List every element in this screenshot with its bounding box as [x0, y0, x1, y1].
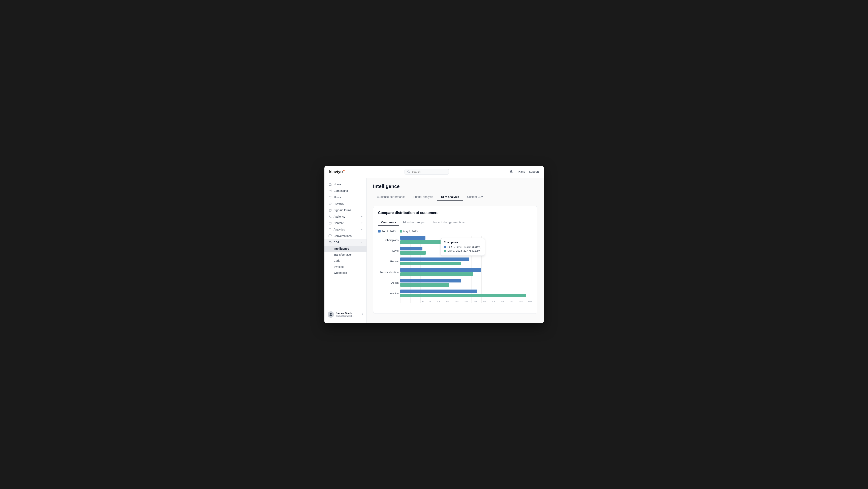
- chart-tabs: Customers Added vs. dropped Percent chan…: [378, 219, 532, 226]
- bar-label-champions: Champions: [378, 238, 399, 241]
- x-label-55k: 55K: [519, 300, 523, 303]
- sidebar-sub-item-intelligence[interactable]: Intelligence: [324, 246, 367, 252]
- page-tabs: Audience performance Funnel analysis RFM…: [373, 193, 537, 201]
- x-label-50k: 50K: [510, 300, 514, 303]
- plans-link[interactable]: Plans: [518, 170, 525, 173]
- tab-custom-clv[interactable]: Custom CLV: [463, 193, 487, 201]
- tooltip-row-feb: Feb 8, 2023 12,391 (6.34%): [444, 246, 482, 249]
- tab-funnel-analysis[interactable]: Funnel analysis: [409, 193, 437, 201]
- analytics-chevron: ▾: [361, 228, 363, 231]
- table-row: Recent: [400, 258, 532, 265]
- x-label-25k: 25K: [464, 300, 468, 303]
- table-row: Champions Champions Feb 8, 2023: [400, 236, 532, 244]
- chart-tab-added-dropped[interactable]: Added vs. dropped: [399, 219, 430, 226]
- sidebar-item-signup-forms[interactable]: Sign-up forms: [324, 207, 367, 213]
- notification-button[interactable]: [508, 169, 514, 175]
- chart-title: Compare distribution of customers: [378, 211, 532, 215]
- sidebar-item-label: Audience: [334, 215, 345, 218]
- logo-dot: [343, 170, 345, 171]
- sidebar-item-audience[interactable]: Audience ▾: [324, 213, 367, 220]
- x-label-45k: 45K: [501, 300, 505, 303]
- sidebar-sub-item-transformation[interactable]: Transformation: [324, 252, 367, 258]
- bar-champions-feb: [400, 236, 426, 240]
- bar-loyal-feb: [400, 247, 423, 251]
- sidebar-item-label: Campaigns: [334, 189, 348, 193]
- bar-group-recent: [400, 258, 532, 265]
- sidebar-item-analytics[interactable]: Analytics ▾: [324, 226, 367, 233]
- tooltip-dot-feb: [444, 246, 446, 248]
- audience-chevron: ▾: [361, 215, 363, 218]
- sidebar-item-label: Conversations: [334, 234, 352, 237]
- search-input[interactable]: [411, 170, 446, 173]
- bar-label-at-risk: At risk: [378, 281, 399, 284]
- flows-icon: [329, 196, 332, 199]
- sidebar-item-conversations[interactable]: Conversations: [324, 233, 367, 239]
- search-bar[interactable]: [405, 169, 449, 175]
- user-section[interactable]: James Black twebb@jamesbl... ⇅: [324, 309, 367, 320]
- bar-label-inactive: Inactive: [378, 292, 399, 295]
- cdp-chevron: ▴: [361, 241, 363, 244]
- x-label-35k: 35K: [483, 300, 487, 303]
- bar-recent-may: [400, 262, 461, 265]
- content-chevron: ▾: [361, 222, 363, 225]
- bar-label-needs-attention: Needs attention: [378, 270, 399, 274]
- tooltip-dot-may: [444, 250, 446, 252]
- audience-icon: [329, 215, 332, 218]
- bar-label-recent: Recent: [378, 260, 399, 263]
- tab-rfm-analysis[interactable]: RFM analysis: [437, 193, 463, 201]
- forms-icon: [329, 208, 332, 212]
- chart-tab-percent-change[interactable]: Percent change over time: [429, 219, 468, 226]
- tab-audience-performance[interactable]: Audience performance: [373, 193, 409, 201]
- search-icon: [407, 170, 410, 173]
- x-label-30k: 30K: [473, 300, 477, 303]
- support-link[interactable]: Support: [529, 170, 539, 173]
- sidebar-item-content[interactable]: Content ▾: [324, 220, 367, 226]
- bar-needs-attention-feb: [400, 268, 482, 272]
- legend-feb: Feb 8, 2023: [378, 230, 396, 233]
- user-name: James Black: [336, 312, 359, 315]
- main-content: Intelligence Audience performance Funnel…: [367, 178, 544, 323]
- header-right: Plans Support: [508, 169, 539, 175]
- sidebar-item-label: Home: [334, 183, 341, 186]
- legend-dot-may: [400, 230, 402, 232]
- header: klaviyo Plans Support: [324, 166, 544, 178]
- bar-label-loyal: Loyal: [378, 249, 399, 252]
- tooltip-date-may: May 1, 2023: [447, 249, 462, 252]
- sidebar-item-home[interactable]: Home: [324, 181, 367, 188]
- x-label-5k: 5K: [429, 300, 432, 303]
- content-icon: [329, 222, 332, 225]
- chart-tooltip: Champions Feb 8, 2023 12,391 (6.34%) May…: [440, 238, 485, 256]
- bar-at-risk-feb: [400, 279, 461, 283]
- sidebar-sub-item-code[interactable]: Code: [324, 258, 367, 264]
- user-email: twebb@jamesbl...: [336, 315, 359, 317]
- reviews-icon: [329, 202, 332, 205]
- svg-point-9: [329, 241, 331, 242]
- sidebar-item-flows[interactable]: Flows: [324, 194, 367, 200]
- chart-tab-customers[interactable]: Customers: [378, 219, 399, 226]
- x-axis: 0 5K 10K 15K 20K 25K 30K 35K 40K 45K 50K…: [400, 300, 532, 303]
- tooltip-row-may: May 1, 2023 22,475 (11.5%): [444, 249, 482, 252]
- sidebar-item-campaigns[interactable]: Campaigns: [324, 188, 367, 194]
- analytics-icon: [329, 228, 332, 231]
- bar-group-needs-attention: [400, 268, 532, 276]
- sidebar-sub-item-webhooks[interactable]: Webhooks: [324, 270, 367, 276]
- sidebar-item-cdp[interactable]: CDP ▴: [324, 239, 367, 246]
- chart-card: Compare distribution of customers Custom…: [373, 206, 537, 314]
- sidebar-item-label: Reviews: [334, 202, 344, 205]
- table-row: Needs attention: [400, 268, 532, 276]
- x-label-20k: 20K: [455, 300, 459, 303]
- bar-inactive-may: [400, 294, 526, 297]
- bar-needs-attention-may: [400, 272, 473, 276]
- bar-chart: Champions Champions Feb 8, 2023: [378, 236, 532, 309]
- x-label-60k: 60K: [528, 300, 532, 303]
- sidebar-item-reviews[interactable]: Reviews: [324, 200, 367, 207]
- bar-group-inactive: [400, 290, 532, 297]
- x-label-40k: 40K: [492, 300, 496, 303]
- svg-point-7: [331, 216, 331, 217]
- sidebar-sub-item-syncing[interactable]: Syncing: [324, 264, 367, 270]
- svg-point-6: [329, 215, 330, 217]
- tooltip-value-feb: 12,391 (6.34%): [463, 246, 482, 249]
- bar-inactive-feb: [400, 290, 477, 293]
- sidebar-item-label: Analytics: [334, 228, 345, 231]
- bar-recent-feb: [400, 258, 469, 261]
